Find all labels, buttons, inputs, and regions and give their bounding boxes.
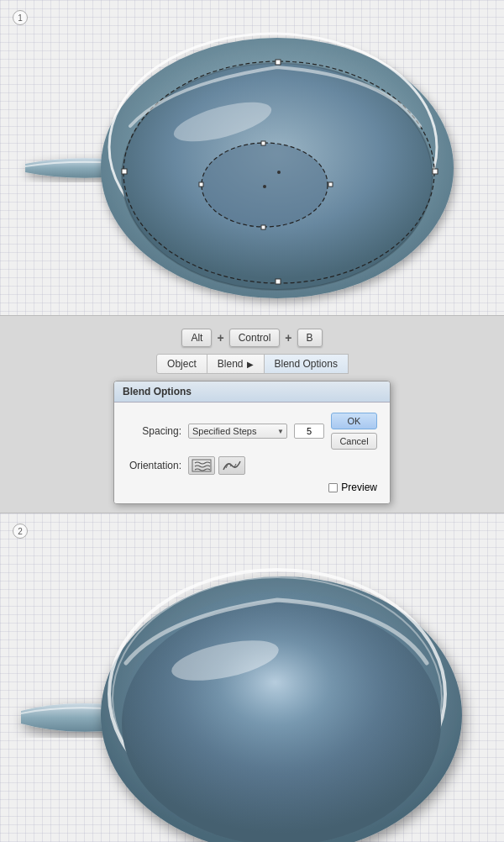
svg-rect-7	[433, 169, 438, 174]
spacing-label: Spacing:	[127, 425, 181, 437]
step-badge-1: 1	[13, 10, 28, 25]
menu-blend-options[interactable]: Blend Options	[264, 354, 349, 374]
menu-object[interactable]: Object	[156, 354, 207, 374]
plus-2: +	[285, 331, 291, 345]
shortcut-row: Alt + Control + B	[181, 329, 322, 347]
bottom-panel: 2	[0, 513, 504, 842]
menu-blend-arrow: ▶	[247, 360, 254, 369]
svg-rect-9	[276, 279, 281, 284]
svg-rect-12	[328, 182, 333, 187]
svg-rect-6	[122, 169, 127, 174]
spoon-illustration-top	[0, 0, 504, 315]
dialog-body: Spacing: Smooth Color Specified Steps Sp…	[114, 403, 390, 503]
menu-blend[interactable]: Blend ▶	[207, 354, 265, 374]
svg-rect-14	[261, 225, 265, 229]
blend-options-dialog: Blend Options Spacing: Smooth Color Spec…	[113, 381, 391, 504]
svg-point-10	[277, 171, 281, 174]
orientation-icons	[188, 456, 245, 475]
spacing-row: Spacing: Smooth Color Specified Steps Sp…	[127, 413, 377, 450]
orient-page-icon[interactable]	[188, 456, 215, 475]
preview-row: Preview	[127, 482, 377, 493]
orientation-row: Orientation:	[127, 456, 377, 475]
svg-point-15	[263, 185, 266, 188]
key-alt[interactable]: Alt	[181, 329, 212, 347]
orient-path-icon[interactable]	[218, 456, 245, 475]
spoon-illustration-bottom	[0, 513, 504, 842]
key-b[interactable]: B	[297, 329, 323, 347]
preview-checkbox[interactable]	[328, 483, 338, 492]
middle-panel: Alt + Control + B Object Blend ▶ Blend O…	[0, 316, 504, 513]
dialog-title: Blend Options	[114, 382, 390, 403]
steps-input[interactable]	[294, 424, 324, 439]
spacing-select-wrapper: Smooth Color Specified Steps Specified D…	[188, 424, 287, 439]
svg-rect-11	[199, 182, 203, 187]
orientation-label: Orientation:	[127, 460, 181, 471]
top-panel: 1	[0, 0, 504, 315]
svg-rect-13	[261, 141, 265, 145]
menu-row: Object Blend ▶ Blend Options	[156, 354, 348, 374]
step-badge-2: 2	[13, 524, 28, 539]
plus-1: +	[217, 331, 223, 345]
spacing-select[interactable]: Smooth Color Specified Steps Specified D…	[188, 424, 287, 439]
preview-label: Preview	[341, 482, 377, 493]
ok-button[interactable]: OK	[331, 413, 377, 429]
cancel-button[interactable]: Cancel	[331, 433, 377, 450]
svg-rect-8	[276, 60, 281, 65]
dialog-buttons: OK Cancel	[331, 413, 377, 450]
key-control[interactable]: Control	[229, 329, 281, 347]
